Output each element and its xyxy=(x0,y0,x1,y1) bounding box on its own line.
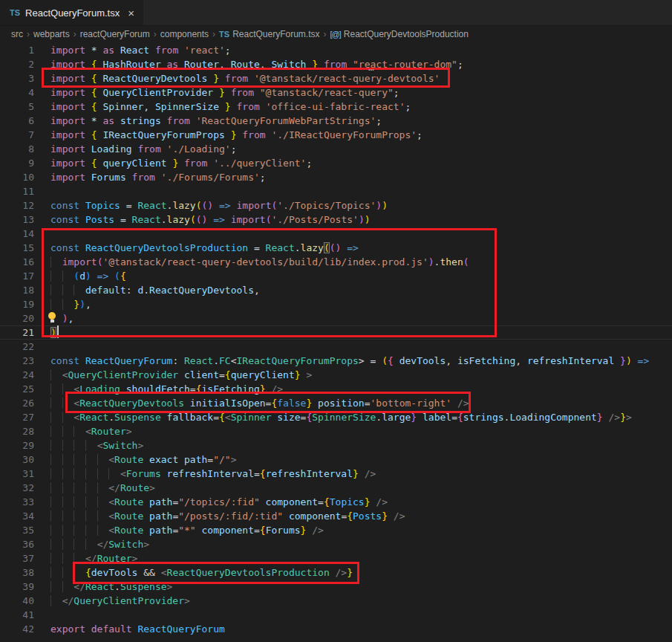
code-token: ; xyxy=(394,87,399,98)
tab-title: ReactQueryForum.tsx xyxy=(25,7,120,19)
tab-reactqueryforum[interactable]: TS ReactQueryForum.tsx × xyxy=(0,0,143,25)
code-token: from xyxy=(167,115,196,126)
code-token: > xyxy=(626,412,632,423)
code-line: 31 <Forums refreshInterval={refreshInter… xyxy=(0,467,672,481)
code-token: from xyxy=(324,59,353,70)
code-token: fallback xyxy=(167,412,214,423)
indent-guide xyxy=(50,496,62,508)
code-line-content: <Route path="*" component={Forums} /> xyxy=(50,523,324,537)
code-line-content: default: d.ReactQueryDevtools, xyxy=(50,283,260,297)
code-token: './IReactQueryForumProps' xyxy=(271,129,417,140)
line-number: 16 xyxy=(0,255,34,269)
line-number: 31 xyxy=(0,467,34,481)
code-line: 24 <QueryClientProvider client={queryCli… xyxy=(0,368,672,382)
code-token: < xyxy=(85,426,91,437)
code-token: { xyxy=(91,87,103,98)
code-token: React xyxy=(120,45,155,56)
code-line: 30 <Route exact path="/"> xyxy=(0,453,672,467)
indent-guide xyxy=(50,270,62,282)
code-token: from xyxy=(225,73,254,84)
line-number: 42 xyxy=(0,622,34,636)
line-number: 11 xyxy=(0,184,34,198)
code-line: 33 <Route path="/topics/:fid" component=… xyxy=(0,495,672,509)
indent-guide xyxy=(74,525,85,536)
code-token: shouldFetch xyxy=(126,383,190,395)
code-token: ReactQueryForum xyxy=(137,623,224,635)
breadcrumb-item-webparts[interactable]: webparts xyxy=(33,29,70,39)
code-token: > xyxy=(301,369,313,380)
code-token: = xyxy=(451,412,457,423)
code-token: path xyxy=(149,510,172,522)
code-token: Spinner xyxy=(231,412,278,423)
code-line-content: ) xyxy=(50,325,59,340)
code-token: queryClient xyxy=(231,369,295,380)
line-number: 34 xyxy=(0,509,34,523)
code-token: strings xyxy=(120,115,167,126)
code-token: ( xyxy=(382,355,388,366)
code-token: import xyxy=(50,143,91,155)
code-line: 25 <Loading shouldFetch={isFetching} /> xyxy=(0,382,672,396)
code-token: = xyxy=(120,214,132,225)
breadcrumb-item-reactQueryForum[interactable]: reactQueryForum xyxy=(80,29,150,39)
breadcrumb-item-ReactQueryDevtoolsProduction[interactable]: [@]ReactQueryDevtoolsProduction xyxy=(330,29,469,39)
code-token: QueryClientProvider xyxy=(68,369,184,380)
code-token: < xyxy=(120,468,126,479)
code-token: ) xyxy=(428,256,434,268)
code-token: 'react' xyxy=(184,45,225,56)
code-token: => xyxy=(207,214,230,225)
breadcrumb-item-ReactQueryForum.tsx[interactable]: TSReactQueryForum.tsx xyxy=(219,29,319,39)
code-token: '@tanstack/react-query-devtools/build/li… xyxy=(102,256,428,268)
code-token: "*" xyxy=(178,525,195,536)
code-line-content: import * as strings from 'ReactQueryForu… xyxy=(50,114,382,128)
close-icon[interactable]: × xyxy=(128,7,134,19)
indent-guide xyxy=(74,440,85,451)
code-token: () xyxy=(196,214,208,225)
code-editor[interactable]: 1import * as React from 'react';2import … xyxy=(0,42,672,636)
breadcrumb-label: ReactQueryDevtoolsProduction xyxy=(344,29,469,39)
code-line: 12const Topics = React.lazy(() => import… xyxy=(0,198,672,213)
breadcrumb-label: ReactQueryForum.tsx xyxy=(232,29,319,39)
code-token: ; xyxy=(225,45,231,56)
code-token: ( xyxy=(463,256,469,268)
code-line: 40 </QueryClientProvider> xyxy=(0,594,672,608)
code-token: false xyxy=(277,398,306,409)
indent-guide xyxy=(97,454,109,465)
code-token: as xyxy=(102,45,120,56)
code-token: && xyxy=(137,567,160,578)
line-number: 2 xyxy=(0,57,34,71)
code-line: 32 </Route> xyxy=(0,481,672,495)
code-token: } xyxy=(213,73,225,84)
code-token: = xyxy=(190,383,196,395)
code-token: React xyxy=(79,412,108,423)
code-token: Switch xyxy=(108,539,143,550)
code-token: < xyxy=(108,525,114,536)
indent-guide xyxy=(62,270,74,282)
indent-guide xyxy=(50,595,62,606)
breadcrumb-item-components[interactable]: components xyxy=(160,29,209,39)
indent-guide xyxy=(62,412,74,423)
code-token: { xyxy=(120,270,126,282)
code-token: , xyxy=(515,355,527,366)
code-token: ( xyxy=(114,270,120,282)
breadcrumb-item-src[interactable]: src xyxy=(11,29,23,39)
code-line: 26 <ReactQueryDevtools initialIsOpen={fa… xyxy=(0,396,672,410)
code-token: < xyxy=(108,510,114,522)
lightbulb-icon[interactable] xyxy=(48,312,56,323)
code-line-content: <React.Suspense fallback={<Spinner size=… xyxy=(50,410,632,424)
code-token: } xyxy=(353,468,359,479)
code-token: </ xyxy=(97,539,109,550)
code-token: default xyxy=(85,285,126,296)
code-token: 'ReactQueryForumWebPartStrings' xyxy=(196,115,376,126)
indent-guide xyxy=(50,454,62,465)
code-token: Route xyxy=(114,510,149,522)
code-token: initialIsOpen xyxy=(190,398,266,409)
code-token: Route xyxy=(231,59,260,70)
line-number: 13 xyxy=(0,213,34,227)
code-token: > xyxy=(132,553,138,564)
code-token: . xyxy=(161,214,167,225)
code-token: Switch xyxy=(102,440,137,451)
line-number: 39 xyxy=(0,580,34,594)
code-token: => xyxy=(91,270,114,282)
code-token: ; xyxy=(405,101,411,112)
code-token: refreshInterval xyxy=(167,468,254,479)
